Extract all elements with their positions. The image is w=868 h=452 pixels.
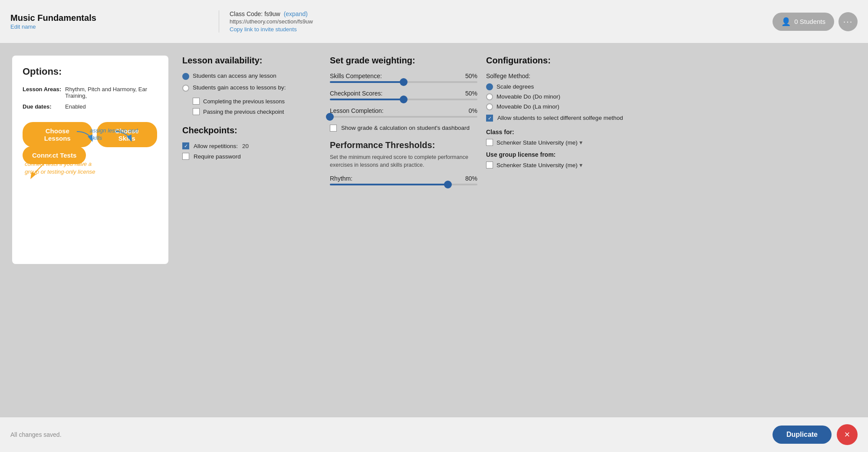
annotation-wrapper: Choose Lessons Choose Skills Connect Tes… <box>23 122 157 191</box>
lesson-availability-section: Lesson availability: Students can access… <box>182 56 321 115</box>
col-2: Set grade weighting: Skills Competence: … <box>330 56 486 190</box>
checkpoints-section: Checkpoints: ✓ Allow repetitions: 20 Req… <box>182 125 321 160</box>
col-3: Configurations: Solfege Method: Scale de… <box>486 56 634 190</box>
rhythm-pct: 80% <box>465 175 477 182</box>
performance-section: Performance Thresholds: Set the minimum … <box>330 140 477 185</box>
checkbox-completing-box <box>193 98 200 105</box>
allow-solfege-row[interactable]: ✓ Allow students to select different sol… <box>486 115 625 122</box>
due-dates-label: Due dates: <box>23 103 62 110</box>
col-1: Lesson availability: Students can access… <box>182 56 330 190</box>
header: Music Fundamentals Edit name Class Code:… <box>0 0 868 43</box>
checkpoint-slider-track[interactable] <box>330 99 477 100</box>
class-code-value: fs9uw <box>264 10 280 17</box>
skills-slider-track[interactable] <box>330 81 477 83</box>
checkbox-passing[interactable]: Passing the previous checkpoint <box>193 108 309 115</box>
rhythm-slider-row: Rhythm: 80% <box>330 175 477 185</box>
footer: All changes saved. Duplicate × <box>0 417 868 452</box>
right-sections: Lesson availability: Students can access… <box>182 56 856 190</box>
students-count: 0 Students <box>794 18 825 25</box>
checkbox-completing-label: Completing the previous lessons <box>203 98 285 105</box>
performance-title: Performance Thresholds: <box>330 140 477 150</box>
connect-annotation: connect tests if you have a group or tes… <box>25 160 105 175</box>
expand-link[interactable]: (expand) <box>284 10 308 17</box>
radio-gain-access-label: Students gain access to lessons by: <box>193 84 286 91</box>
radio-moveable-la[interactable]: Moveable Do (La minor) <box>486 103 625 110</box>
duplicate-button[interactable]: Duplicate <box>773 426 832 444</box>
sub-options: Completing the previous lessons Passing … <box>193 98 309 115</box>
class-url: https://utheory.com/section/fs9uw <box>230 18 762 25</box>
allow-repetitions-row: ✓ Allow repetitions: 20 <box>182 142 321 149</box>
checkpoint-slider-row: Checkpoint Scores: 50% <box>330 90 477 100</box>
header-center: Class Code: fs9uw (expand) https://utheo… <box>219 10 762 33</box>
class-for-dropdown-row[interactable]: Schenker State University (me) ▾ <box>486 139 625 146</box>
allow-repetitions-checkbox[interactable]: ✓ <box>182 142 189 149</box>
close-button[interactable]: × <box>837 424 858 445</box>
footer-status: All changes saved. <box>10 431 62 438</box>
radio-gain-access[interactable]: Students gain access to lessons by: <box>182 84 309 92</box>
lesson-slider-track[interactable] <box>330 116 477 118</box>
buttons-annotation-area: Choose Lessons Choose Skills Connect Tes… <box>23 122 158 191</box>
students-button[interactable]: 👤 0 Students <box>773 13 834 31</box>
skills-slider-row: Skills Competence: 50% <box>330 73 477 83</box>
checkbox-passing-label: Passing the previous checkpoint <box>203 109 284 115</box>
lesson-pct: 0% <box>469 107 477 114</box>
require-password-label: Require password <box>194 153 241 160</box>
rhythm-slider-track[interactable] <box>330 184 477 185</box>
due-dates-value: Enabled <box>65 103 86 110</box>
course-title: Music Fundamentals <box>10 13 219 23</box>
class-for-section: Class for: Schenker State University (me… <box>486 129 625 146</box>
rhythm-label: Rhythm: <box>330 175 352 182</box>
lesson-areas-label: Lesson Areas: <box>23 86 62 99</box>
skills-slider-fill <box>330 81 404 83</box>
allow-repetitions-value: 20 <box>242 143 249 149</box>
radio-moveable-do[interactable]: Moveable Do (Do minor) <box>486 93 625 100</box>
allow-solfege-checkbox[interactable]: ✓ <box>486 115 493 122</box>
allow-solfege-label: Allow students to select different solfe… <box>497 115 623 121</box>
choose-lessons-button[interactable]: Choose Lessons <box>23 122 92 147</box>
checkpoint-pct: 50% <box>465 90 477 97</box>
radio-moveable-do-label: Moveable Do (Do minor) <box>496 93 560 100</box>
lesson-label: Lesson Completion: <box>330 107 384 114</box>
edit-name-link[interactable]: Edit name <box>10 23 36 30</box>
show-grade-label: Show grade & calculation on student's da… <box>341 125 470 131</box>
radio-moveable-la-indicator <box>486 103 493 110</box>
allow-repetitions-label: Allow repetitions: <box>194 143 238 149</box>
group-license-dropdown-row[interactable]: Schenker State University (me) ▾ <box>486 162 625 168</box>
configurations-section: Configurations: Solfege Method: Scale de… <box>486 56 625 168</box>
lesson-availability-options: Students can access any lesson Students … <box>182 73 309 115</box>
require-password-checkbox[interactable] <box>182 153 189 160</box>
group-license-value: Schenker State University (me) ▾ <box>496 162 625 168</box>
radio-scale-degrees[interactable]: Scale degrees <box>486 83 625 90</box>
configurations-title: Configurations: <box>486 56 625 66</box>
checkbox-completing[interactable]: Completing the previous lessons <box>193 98 309 105</box>
performance-description: Set the minimum required score to comple… <box>330 154 477 169</box>
show-grade-row: Show grade & calculation on student's da… <box>330 125 477 132</box>
lesson-availability-title: Lesson availability: <box>182 56 309 66</box>
class-code-line: Class Code: fs9uw (expand) <box>230 10 762 17</box>
checkpoints-title: Checkpoints: <box>182 125 321 135</box>
more-button[interactable]: ··· <box>838 12 858 31</box>
class-code-label: Class Code: <box>230 10 263 17</box>
rhythm-slider-thumb[interactable] <box>444 181 452 188</box>
checkpoint-label: Checkpoint Scores: <box>330 90 382 97</box>
group-license-checkbox[interactable] <box>486 162 493 168</box>
radio-any-lesson[interactable]: Students can access any lesson <box>182 73 309 80</box>
class-for-arrow: ▾ <box>579 139 582 146</box>
class-for-checkbox[interactable] <box>486 139 493 146</box>
lesson-areas-value: Rhythm, Pitch and Harmony, Ear Training, <box>65 86 158 99</box>
lesson-label-row: Lesson Completion: 0% <box>330 107 477 114</box>
header-left: Music Fundamentals Edit name <box>10 13 219 30</box>
class-for-value: Schenker State University (me) ▾ <box>496 139 625 146</box>
options-panel: Options: Lesson Areas: Rhythm, Pitch and… <box>12 56 168 264</box>
rhythm-label-row: Rhythm: 80% <box>330 175 477 182</box>
due-dates-row: Due dates: Enabled <box>23 103 158 110</box>
options-title: Options: <box>23 66 158 77</box>
person-icon: 👤 <box>781 17 791 26</box>
show-grade-checkbox[interactable] <box>330 125 337 132</box>
lesson-slider-thumb[interactable] <box>326 113 334 121</box>
rhythm-slider-fill <box>330 184 448 185</box>
checkpoint-slider-thumb[interactable] <box>400 96 408 103</box>
skills-slider-thumb[interactable] <box>400 78 408 86</box>
skills-label: Skills Competence: <box>330 73 382 79</box>
copy-link[interactable]: Copy link to invite students <box>230 26 297 33</box>
